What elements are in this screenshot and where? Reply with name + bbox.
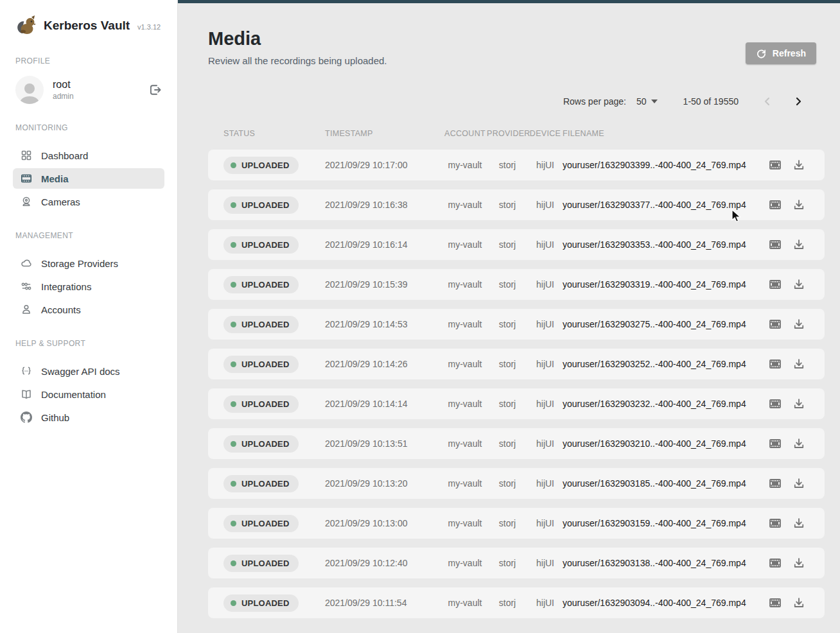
download-icon[interactable]	[792, 278, 805, 291]
table-row: UPLOADED 2021/09/29 10:13:20 my-vault st…	[208, 468, 825, 499]
help-section-label: HELP & SUPPORT	[15, 339, 164, 348]
filename-cell: youruser/1632903210..-400-400_24_769.mp4	[563, 438, 754, 449]
status-cell: UPLOADED	[208, 316, 325, 333]
refresh-button[interactable]: Refresh	[746, 42, 816, 64]
account-cell: my-vault	[443, 200, 487, 210]
github-icon	[21, 412, 32, 423]
rows-per-page-label: Rows per page:	[563, 96, 626, 107]
device-cell: hijUI	[528, 200, 563, 210]
status-cell: UPLOADED	[208, 555, 325, 572]
status-cell: UPLOADED	[208, 395, 325, 413]
status-badge: UPLOADED	[223, 475, 299, 492]
rows-per-page-select[interactable]: 50	[636, 96, 658, 107]
sidebar-item-dashboard[interactable]: Dashboard	[13, 145, 164, 166]
device-cell: hijUI	[528, 598, 563, 608]
table-row: UPLOADED 2021/09/29 10:16:14 my-vault st…	[208, 229, 825, 260]
preview-media-button[interactable]	[769, 159, 782, 171]
download-icon[interactable]	[792, 358, 805, 370]
filename-cell: youruser/1632903252..-400-400_24_769.mp4	[563, 359, 754, 369]
download-icon[interactable]	[792, 477, 805, 490]
sidebar-item-integrations[interactable]: Integrations	[13, 276, 164, 297]
filename-cell: youruser/1632903138..-400-400_24_769.mp4	[563, 558, 754, 568]
top-accent-strip	[178, 0, 840, 3]
download-icon[interactable]	[792, 437, 805, 450]
status-cell: UPLOADED	[208, 475, 325, 492]
preview-media-button[interactable]	[769, 397, 782, 410]
download-icon[interactable]	[792, 517, 805, 530]
profile-role: admin	[53, 92, 74, 101]
preview-media-button[interactable]	[769, 437, 782, 450]
chevron-down-icon	[651, 100, 658, 103]
sidebar-item-cameras[interactable]: Cameras	[13, 191, 164, 212]
preview-media-button[interactable]	[769, 318, 782, 331]
provider-cell: storj	[487, 279, 528, 290]
cloud-icon	[21, 257, 32, 269]
row-actions	[754, 238, 825, 251]
status-cell: UPLOADED	[208, 196, 325, 214]
timestamp-cell: 2021/09/29 10:12:40	[325, 558, 443, 568]
column-header-device: DEVICE	[528, 129, 563, 138]
preview-media-button[interactable]	[769, 358, 782, 370]
sidebar-item-documentation[interactable]: Documentation	[13, 384, 164, 404]
account-cell: my-vault	[443, 558, 487, 568]
pagination-range: 1-50 of 19550	[683, 96, 739, 107]
filename-cell: youruser/1632903094..-400-400_24_769.mp4	[563, 598, 754, 608]
table-row: UPLOADED 2021/09/29 10:12:40 my-vault st…	[208, 548, 825, 578]
column-header-filename: FILENAME	[563, 129, 754, 138]
row-actions	[754, 517, 825, 530]
grid-icon	[21, 150, 32, 161]
device-cell: hijUI	[528, 359, 563, 369]
sidebar-item-media[interactable]: Media	[13, 168, 164, 189]
timestamp-cell: 2021/09/29 10:15:39	[325, 279, 443, 290]
filename-cell: youruser/1632903399..-400-400_24_769.mp4	[563, 160, 754, 170]
timestamp-cell: 2021/09/29 10:14:53	[325, 319, 443, 329]
timestamp-cell: 2021/09/29 10:17:00	[325, 160, 443, 170]
next-page-button[interactable]	[792, 96, 804, 107]
preview-media-button[interactable]	[769, 238, 782, 251]
provider-cell: storj	[487, 558, 528, 568]
download-icon[interactable]	[792, 318, 805, 331]
device-cell: hijUI	[528, 558, 563, 568]
sidebar-item-github[interactable]: Github	[13, 407, 164, 428]
links-icon	[21, 281, 32, 292]
logout-icon[interactable]	[148, 83, 162, 97]
sidebar-item-label: Media	[41, 173, 69, 184]
device-cell: hijUI	[528, 239, 563, 250]
squirrel-logo	[14, 14, 37, 37]
prev-page-button[interactable]	[762, 96, 773, 107]
download-icon[interactable]	[792, 596, 805, 609]
sidebar-item-swagger-api-docs[interactable]: Swagger API docs	[13, 361, 164, 381]
download-icon[interactable]	[792, 159, 805, 171]
sidebar-item-accounts[interactable]: Accounts	[13, 299, 164, 320]
preview-media-button[interactable]	[769, 596, 782, 609]
timestamp-cell: 2021/09/29 10:14:26	[325, 359, 443, 369]
preview-media-button[interactable]	[769, 517, 782, 530]
preview-media-button[interactable]	[769, 557, 782, 569]
camera-icon	[21, 196, 32, 207]
download-icon[interactable]	[792, 557, 805, 569]
status-badge: UPLOADED	[223, 515, 299, 532]
management-nav: Storage Providers Integrations Account	[13, 253, 164, 320]
preview-media-button[interactable]	[769, 278, 782, 291]
device-cell: hijUI	[528, 518, 563, 528]
table-row: UPLOADED 2021/09/29 10:13:00 my-vault st…	[208, 508, 825, 539]
person-icon	[21, 304, 32, 315]
preview-media-button[interactable]	[769, 198, 782, 211]
profile-section-label: PROFILE	[15, 56, 164, 65]
filename-cell: youruser/1632903275..-400-400_24_769.mp4	[563, 319, 754, 329]
sidebar-item-label: Swagger API docs	[41, 366, 120, 377]
sidebar-item-storage-providers[interactable]: Storage Providers	[13, 253, 164, 273]
table-header: STATUS TIMESTAMP ACCOUNT PROVIDER DEVICE…	[208, 129, 825, 138]
status-badge: UPLOADED	[223, 435, 299, 453]
account-cell: my-vault	[443, 438, 487, 449]
account-cell: my-vault	[443, 239, 487, 250]
sidebar-item-label: Github	[41, 412, 69, 423]
preview-media-button[interactable]	[769, 477, 782, 490]
status-dot-icon	[231, 600, 236, 606]
download-icon[interactable]	[792, 238, 805, 251]
sidebar-item-label: Accounts	[41, 304, 81, 315]
account-cell: my-vault	[443, 478, 487, 489]
download-icon[interactable]	[792, 198, 805, 211]
download-icon[interactable]	[792, 397, 805, 410]
status-dot-icon	[231, 361, 236, 367]
